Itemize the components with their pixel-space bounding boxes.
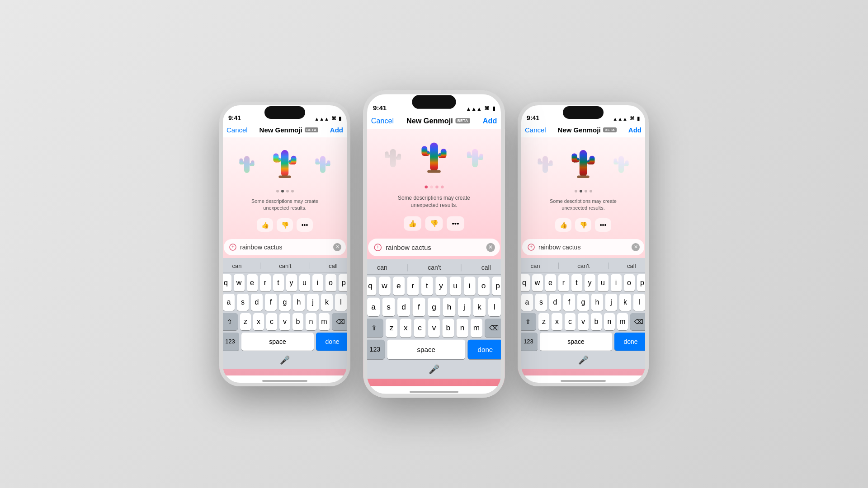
key-r-p[interactable]: p xyxy=(637,274,648,291)
search-clear-button[interactable]: ✕ xyxy=(333,243,341,251)
shift-key[interactable]: ⇧ xyxy=(221,313,238,330)
key-c-r[interactable]: r xyxy=(407,277,419,295)
key-a[interactable]: a xyxy=(223,294,235,311)
key-r-k[interactable]: k xyxy=(619,294,631,311)
cancel-button-right[interactable]: Cancel xyxy=(525,126,546,134)
delete-key[interactable]: ⌫ xyxy=(332,313,349,330)
key-r-y[interactable]: y xyxy=(585,274,595,291)
key-z[interactable]: z xyxy=(240,313,251,330)
key-c-m[interactable]: m xyxy=(471,319,482,337)
key-w[interactable]: w xyxy=(234,274,245,291)
key-r-j[interactable]: j xyxy=(605,294,617,311)
key-r-x[interactable]: x xyxy=(552,313,562,330)
genmoji-search-input-right[interactable] xyxy=(522,239,644,255)
key-c-y[interactable]: y xyxy=(435,277,447,295)
more-options-button-center[interactable]: ••• xyxy=(447,216,464,230)
key-j[interactable]: j xyxy=(307,294,319,311)
thumbs-up-button-right[interactable]: 👍 xyxy=(555,218,571,232)
key-p[interactable]: p xyxy=(339,274,349,291)
thumbs-up-button[interactable]: 👍 xyxy=(257,218,273,232)
key-c-n[interactable]: n xyxy=(457,319,468,337)
done-key-center[interactable]: done xyxy=(468,339,503,359)
key-r-v[interactable]: v xyxy=(578,313,589,330)
key-c-u[interactable]: u xyxy=(449,277,461,295)
key-r-d[interactable]: d xyxy=(549,294,561,311)
suggestion-3[interactable]: call xyxy=(325,262,341,270)
key-s[interactable]: s xyxy=(237,294,249,311)
key-r-e[interactable]: e xyxy=(545,274,556,291)
key-k[interactable]: k xyxy=(321,294,333,311)
key-v[interactable]: v xyxy=(279,313,290,330)
key-c-s[interactable]: s xyxy=(382,298,395,316)
key-c-t[interactable]: t xyxy=(421,277,433,295)
cancel-button[interactable]: Cancel xyxy=(226,126,248,134)
key-c-c[interactable]: c xyxy=(414,319,426,337)
mic-icon-right[interactable]: 🎤 xyxy=(578,355,588,365)
suggestion-r-3[interactable]: call xyxy=(623,262,640,270)
suggestion-r-1[interactable]: can xyxy=(527,262,543,270)
key-r-s[interactable]: s xyxy=(535,294,547,311)
key-q[interactable]: q xyxy=(221,274,231,291)
key-r-f[interactable]: f xyxy=(563,294,575,311)
space-key-center[interactable]: space xyxy=(387,339,465,359)
key-o[interactable]: o xyxy=(326,274,336,291)
key-y[interactable]: y xyxy=(286,274,297,291)
key-e[interactable]: e xyxy=(247,274,258,291)
key-c-f[interactable]: f xyxy=(412,298,425,316)
key-r-u[interactable]: u xyxy=(598,274,609,291)
key-c-z[interactable]: z xyxy=(386,319,397,337)
add-button-center[interactable]: Add xyxy=(483,117,497,125)
cancel-button-center[interactable]: Cancel xyxy=(371,117,394,125)
key-c-p[interactable]: p xyxy=(492,277,504,295)
key-r[interactable]: r xyxy=(260,274,271,291)
key-r-q[interactable]: q xyxy=(519,274,530,291)
suggestion-1[interactable]: can xyxy=(228,262,245,270)
delete-key-center[interactable]: ⌫ xyxy=(485,319,503,337)
space-key-right[interactable]: space xyxy=(540,333,612,351)
key-r-o[interactable]: o xyxy=(624,274,635,291)
key-g[interactable]: g xyxy=(279,294,291,311)
done-key[interactable]: done xyxy=(316,333,349,351)
shift-key-right[interactable]: ⇧ xyxy=(519,313,536,330)
thumbs-down-button-right[interactable]: 👎 xyxy=(575,218,591,232)
key-c-x[interactable]: x xyxy=(400,319,411,337)
mic-icon-center[interactable]: 🎤 xyxy=(429,364,439,375)
suggestion-2[interactable]: can't xyxy=(275,262,295,270)
key-c-a[interactable]: a xyxy=(367,298,380,316)
key-c[interactable]: c xyxy=(266,313,277,330)
key-c-j[interactable]: j xyxy=(458,298,471,316)
key-m[interactable]: m xyxy=(319,313,330,330)
numbers-key[interactable]: 123 xyxy=(221,333,239,351)
shift-key-center[interactable]: ⇧ xyxy=(365,319,383,337)
key-c-l[interactable]: l xyxy=(488,298,501,316)
key-c-q[interactable]: q xyxy=(364,277,376,295)
search-clear-button-right[interactable]: ✕ xyxy=(632,243,640,251)
mic-icon[interactable]: 🎤 xyxy=(280,355,290,365)
key-r-c[interactable]: c xyxy=(565,313,576,330)
suggestion-c-1[interactable]: can xyxy=(373,263,391,272)
suggestion-c-3[interactable]: call xyxy=(477,263,495,272)
key-x[interactable]: x xyxy=(253,313,264,330)
space-key[interactable]: space xyxy=(241,333,314,351)
key-r-i[interactable]: i xyxy=(611,274,622,291)
key-r-z[interactable]: z xyxy=(538,313,549,330)
key-f[interactable]: f xyxy=(265,294,277,311)
numbers-key-right[interactable]: 123 xyxy=(519,333,538,351)
key-t[interactable]: t xyxy=(273,274,284,291)
key-i[interactable]: i xyxy=(312,274,323,291)
key-u[interactable]: u xyxy=(299,274,310,291)
thumbs-down-button[interactable]: 👎 xyxy=(277,218,293,232)
key-c-k[interactable]: k xyxy=(473,298,486,316)
thumbs-down-button-center[interactable]: 👎 xyxy=(425,216,443,230)
done-key-right[interactable]: done xyxy=(614,333,647,351)
add-button[interactable]: Add xyxy=(330,126,343,134)
key-d[interactable]: d xyxy=(251,294,263,311)
key-r-w[interactable]: w xyxy=(532,274,543,291)
key-r-b[interactable]: b xyxy=(591,313,602,330)
key-r-n[interactable]: n xyxy=(604,313,615,330)
more-options-button-right[interactable]: ••• xyxy=(595,218,611,232)
key-r-a[interactable]: a xyxy=(521,294,533,311)
key-b[interactable]: b xyxy=(292,313,303,330)
suggestion-r-2[interactable]: can't xyxy=(574,262,593,270)
search-clear-button-center[interactable]: ✕ xyxy=(486,243,495,252)
